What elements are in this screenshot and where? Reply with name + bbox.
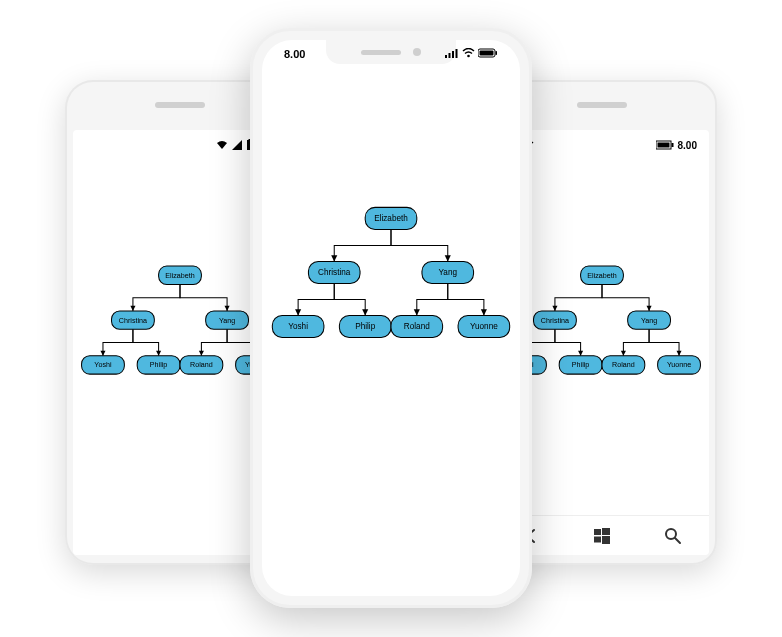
signal-icon (232, 140, 242, 150)
node-l2-1: Yang (422, 261, 474, 283)
svg-rect-32 (559, 356, 602, 374)
svg-rect-52 (365, 207, 417, 229)
wifi-icon (462, 48, 475, 58)
svg-rect-8 (82, 356, 125, 374)
svg-rect-60 (339, 315, 391, 337)
battery-icon (656, 140, 674, 150)
svg-rect-44 (445, 55, 447, 58)
node-l3-1: Philip (137, 356, 180, 374)
node-l2-0: Christina (112, 311, 155, 329)
svg-rect-38 (594, 529, 601, 535)
svg-rect-50 (480, 51, 494, 56)
svg-rect-58 (272, 315, 324, 337)
node-l2-0: Christina (308, 261, 360, 283)
svg-text:Yuonne: Yuonne (667, 361, 691, 369)
svg-rect-28 (628, 311, 671, 329)
org-diagram-ios: Elizabeth Christina Yang Yoshi Philip Ro… (262, 200, 520, 388)
node-l2-1: Yang (206, 311, 249, 329)
svg-rect-2 (159, 266, 202, 284)
svg-text:Yang: Yang (641, 317, 657, 325)
battery-icon (478, 48, 498, 58)
node-l3-0: Yoshi (272, 315, 324, 337)
svg-rect-34 (602, 356, 645, 374)
svg-text:Yuonne: Yuonne (470, 322, 498, 331)
node-l3-1: Philip (559, 356, 602, 374)
svg-text:Roland: Roland (404, 322, 430, 331)
node-l3-3: Yuonne (658, 356, 701, 374)
svg-rect-12 (180, 356, 223, 374)
node-root: Elizabeth (159, 266, 202, 284)
statusbar-ios-right (445, 48, 498, 58)
screen-ios: 8.00 Elizabeth Christina Yang Yoshi Phil… (262, 40, 520, 596)
svg-rect-39 (602, 528, 610, 535)
node-l2-0: Christina (534, 311, 577, 329)
node-l3-1: Philip (339, 315, 391, 337)
node-l3-0: Yoshi (82, 356, 125, 374)
signal-icon (445, 48, 459, 58)
svg-line-43 (675, 538, 680, 543)
svg-text:Elizabeth: Elizabeth (374, 214, 408, 223)
search-icon (664, 527, 682, 545)
svg-text:Roland: Roland (190, 361, 213, 369)
windows-icon (594, 528, 610, 544)
phone-ios: 8.00 Elizabeth Christina Yang Yoshi Phil… (250, 28, 532, 608)
node-l3-2: Roland (602, 356, 645, 374)
svg-text:Philip: Philip (355, 322, 375, 331)
camera (413, 48, 421, 56)
time-label-ios: 8.00 (284, 48, 305, 60)
svg-text:Christina: Christina (119, 317, 147, 325)
svg-rect-40 (594, 536, 601, 542)
svg-text:Yang: Yang (439, 268, 458, 277)
svg-rect-46 (452, 51, 454, 58)
svg-rect-23 (671, 143, 673, 147)
svg-text:Yang: Yang (219, 317, 235, 325)
statusbar-android: 8.00 (73, 134, 277, 156)
node-root: Elizabeth (365, 207, 417, 229)
svg-rect-54 (308, 261, 360, 283)
svg-rect-62 (391, 315, 443, 337)
svg-text:Christina: Christina (318, 268, 351, 277)
time-label-windows: 8.00 (678, 140, 697, 151)
svg-text:Elizabeth: Elizabeth (587, 272, 616, 280)
svg-rect-56 (422, 261, 474, 283)
svg-rect-64 (458, 315, 510, 337)
svg-text:Yoshi: Yoshi (94, 361, 112, 369)
home-button[interactable] (590, 524, 614, 548)
svg-rect-24 (581, 266, 624, 284)
svg-rect-45 (449, 53, 451, 58)
svg-rect-41 (602, 536, 610, 544)
node-l3-2: Roland (391, 315, 443, 337)
svg-rect-51 (496, 51, 498, 55)
wifi-icon (216, 140, 228, 150)
svg-rect-36 (658, 356, 701, 374)
notch (326, 40, 456, 64)
svg-rect-10 (137, 356, 180, 374)
svg-rect-4 (112, 311, 155, 329)
search-button[interactable] (661, 524, 685, 548)
speaker (577, 102, 627, 108)
svg-text:Christina: Christina (541, 317, 569, 325)
speaker (155, 102, 205, 108)
svg-text:Philip: Philip (150, 361, 167, 369)
statusbar-windows: 8.00 (507, 134, 697, 156)
node-root: Elizabeth (581, 266, 624, 284)
svg-rect-22 (657, 143, 669, 148)
node-l2-1: Yang (628, 311, 671, 329)
speaker (361, 50, 401, 55)
svg-point-48 (467, 55, 470, 58)
node-l3-3: Yuonne (458, 315, 510, 337)
svg-text:Roland: Roland (612, 361, 635, 369)
svg-text:Yoshi: Yoshi (288, 322, 308, 331)
svg-rect-26 (534, 311, 577, 329)
svg-rect-6 (206, 311, 249, 329)
svg-rect-47 (456, 49, 458, 58)
node-l3-2: Roland (180, 356, 223, 374)
svg-text:Elizabeth: Elizabeth (165, 272, 194, 280)
svg-text:Philip: Philip (572, 361, 589, 369)
